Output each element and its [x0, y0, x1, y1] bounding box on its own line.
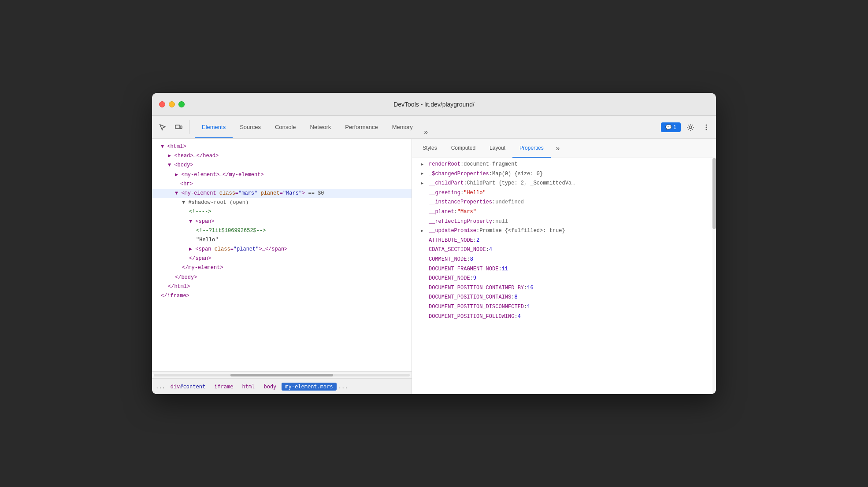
svg-point-5	[706, 129, 707, 130]
prop-DOCUMENT_POSITION_CONTAINED_BY[interactable]: ▶ DOCUMENT_POSITION_CONTAINED_BY: 16	[412, 284, 716, 293]
svg-point-3	[706, 124, 707, 125]
device-toolbar-button[interactable]	[171, 120, 185, 134]
window-title: DevTools - lit.dev/playground/	[393, 101, 475, 108]
tree-row-hr[interactable]: <hr>	[152, 180, 412, 189]
breadcrumb-iframe[interactable]: iframe	[211, 383, 237, 391]
tree-row-hello-text[interactable]: "Hello"	[152, 236, 412, 245]
panel-tabs: Styles Computed Layout Properties »	[412, 139, 716, 158]
notification-button[interactable]: 💬 1	[661, 122, 681, 132]
expand-renderRoot[interactable]: ▶	[421, 161, 427, 169]
minimize-button[interactable]	[169, 101, 175, 107]
prop-planet[interactable]: ▶ __planet: "Mars"	[412, 207, 716, 217]
breadcrumb-body[interactable]: body	[260, 383, 280, 391]
breadcrumb-more-right[interactable]: ...	[338, 384, 348, 390]
prop-childPart[interactable]: ▶ __childPart: ChildPart {type: 2, _$com…	[412, 179, 716, 188]
prop-changedProperties[interactable]: ▶ _$changedProperties: Map(0) {size: 0}	[412, 170, 716, 179]
inspect-element-button[interactable]	[156, 120, 170, 134]
tab-memory[interactable]: Memory	[385, 116, 420, 138]
prop-DOCUMENT_FRAGMENT_NODE[interactable]: ▶ DOCUMENT_FRAGMENT_NODE: 11	[412, 265, 716, 274]
traffic-lights	[159, 101, 185, 107]
prop-ATTRIBUTE_NODE[interactable]: ▶ ATTRIBUTE_NODE: 2	[412, 236, 716, 246]
tree-row-my-element-selected[interactable]: ▼ <my-element class="mars" planet="Mars"…	[152, 189, 412, 198]
panel-tab-properties[interactable]: Properties	[512, 139, 551, 158]
settings-button[interactable]	[684, 121, 697, 133]
prop-DOCUMENT_POSITION_DISCONNECTED[interactable]: ▶ DOCUMENT_POSITION_DISCONNECTED: 1	[412, 303, 716, 312]
devtools-window: DevTools - lit.dev/playground/	[152, 93, 716, 394]
tab-performance[interactable]: Performance	[338, 116, 385, 138]
panel-tab-layout[interactable]: Layout	[482, 139, 512, 158]
panel-tab-styles[interactable]: Styles	[415, 139, 444, 158]
close-button[interactable]	[159, 101, 165, 107]
prop-DOCUMENT_POSITION_FOLLOWING[interactable]: ▶ DOCUMENT_POSITION_FOLLOWING: 4	[412, 312, 716, 322]
svg-rect-1	[180, 126, 182, 129]
prop-DOCUMENT_POSITION_CONTAINS[interactable]: ▶ DOCUMENT_POSITION_CONTAINS: 8	[412, 293, 716, 303]
scrollbar-track	[154, 374, 410, 376]
titlebar: DevTools - lit.dev/playground/	[152, 93, 716, 116]
tree-row-close-body[interactable]: </body>	[152, 273, 412, 282]
breadcrumb-more-left[interactable]: ...	[156, 384, 165, 390]
more-options-button[interactable]	[700, 121, 712, 133]
prop-updatePromise[interactable]: ▶ __updatePromise: Promise {<fulfilled>:…	[412, 226, 716, 236]
expand-updatePromise[interactable]: ▶	[421, 227, 427, 235]
breadcrumb-div-content[interactable]: div#content	[167, 383, 209, 391]
tree-row-span-1[interactable]: ▼ <span>	[152, 217, 412, 226]
tree-row-span-planet[interactable]: ▶ <span class="planet">…</span>	[152, 245, 412, 254]
main-tabs: Elements Sources Console Network Perform…	[193, 116, 661, 138]
breadcrumb-my-element[interactable]: my-element.mars	[282, 383, 336, 391]
prop-instanceProperties[interactable]: ▶ __instanceProperties: undefined	[412, 198, 716, 207]
breadcrumb-html[interactable]: html	[239, 383, 259, 391]
maximize-button[interactable]	[178, 101, 185, 107]
svg-point-4	[706, 126, 707, 128]
tab-elements[interactable]: Elements	[195, 116, 233, 138]
tree-row-head[interactable]: ▶ <head>…</head>	[152, 151, 412, 161]
prop-renderRoot[interactable]: ▶ renderRoot: document-fragment	[412, 160, 716, 170]
expand-childPart[interactable]: ▶	[421, 180, 427, 188]
prop-DOCUMENT_NODE[interactable]: ▶ DOCUMENT_NODE: 9	[412, 274, 716, 284]
tab-console[interactable]: Console	[268, 116, 303, 138]
tree-row-lit-comment[interactable]: <!--?lit$106992652$-->	[152, 226, 412, 236]
properties-content[interactable]: ▶ renderRoot: document-fragment ▶ _$chan…	[412, 158, 716, 394]
toolbar-icons	[156, 120, 189, 134]
elements-panel: ▼ <html> ▶ <head>…</head> ▼ <body> ▶ <my…	[152, 139, 412, 394]
breadcrumb: ... div#content iframe html body my-elem…	[152, 378, 412, 394]
tree-row-body[interactable]: ▼ <body>	[152, 161, 412, 170]
horizontal-scrollbar[interactable]	[152, 371, 412, 378]
elements-tree[interactable]: ▼ <html> ▶ <head>…</head> ▼ <body> ▶ <my…	[152, 139, 412, 371]
toolbar: Elements Sources Console Network Perform…	[152, 116, 716, 139]
prop-COMMENT_NODE[interactable]: ▶ COMMENT_NODE: 8	[412, 255, 716, 265]
panel-tabs-more[interactable]: »	[553, 143, 563, 154]
toolbar-right: 💬 1	[661, 121, 712, 133]
more-tabs-button[interactable]: »	[420, 126, 432, 138]
tree-row-close-span[interactable]: </span>	[152, 254, 412, 263]
tree-row-close-my-element[interactable]: </my-element>	[152, 263, 412, 273]
scrollbar-thumb-right	[712, 158, 716, 229]
main-content: ▼ <html> ▶ <head>…</head> ▼ <body> ▶ <my…	[152, 139, 716, 394]
tab-sources[interactable]: Sources	[233, 116, 268, 138]
scrollbar-thumb	[230, 374, 333, 376]
tree-row-my-element-1[interactable]: ▶ <my-element>…</my-element>	[152, 170, 412, 180]
tree-row-comment-1[interactable]: <!---->	[152, 207, 412, 217]
prop-reflectingProperty[interactable]: ▶ __reflectingProperty: null	[412, 217, 716, 227]
devtools-container: Elements Sources Console Network Perform…	[152, 116, 716, 394]
expand-changedProperties[interactable]: ▶	[421, 170, 427, 178]
tab-network[interactable]: Network	[303, 116, 338, 138]
svg-point-2	[689, 126, 692, 129]
tree-row-html[interactable]: ▼ <html>	[152, 142, 412, 151]
tree-row-close-html[interactable]: </html>	[152, 282, 412, 291]
svg-rect-0	[175, 125, 180, 129]
panel-tab-computed[interactable]: Computed	[444, 139, 482, 158]
properties-panel: Styles Computed Layout Properties »	[412, 139, 716, 394]
tree-row-shadow-root[interactable]: ▼ #shadow-root (open)	[152, 198, 412, 207]
prop-CDATA_SECTION_NODE[interactable]: ▶ CDATA_SECTION_NODE: 4	[412, 245, 716, 255]
vertical-scrollbar[interactable]	[712, 158, 716, 394]
prop-greeting[interactable]: ▶ __greeting: "Hello"	[412, 188, 716, 198]
tree-row-close-iframe[interactable]: </iframe>	[152, 291, 412, 301]
